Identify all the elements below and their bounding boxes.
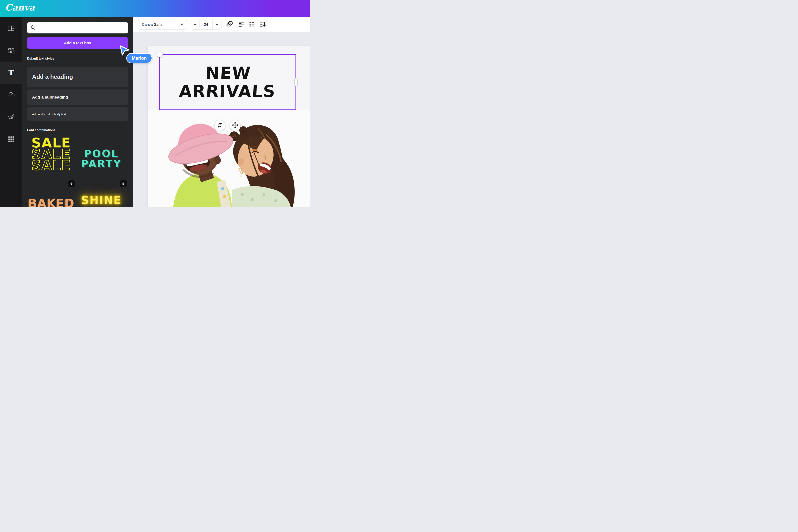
search-input[interactable] bbox=[38, 25, 125, 30]
font-combinations-title: Font combinations bbox=[27, 129, 55, 132]
bullet-list-button[interactable] bbox=[248, 20, 257, 29]
text-color-button[interactable] bbox=[225, 20, 234, 29]
font-size-increase-button[interactable]: + bbox=[212, 20, 221, 29]
photo-two-people-laughing[interactable] bbox=[148, 110, 310, 207]
pro-crown-badge: ♛ bbox=[119, 180, 127, 187]
font-combo-pool-party[interactable]: POOL PARTY bbox=[79, 149, 124, 169]
move-button[interactable] bbox=[230, 120, 241, 131]
add-text-box-button[interactable]: Add a text box bbox=[27, 37, 128, 49]
text-panel: Add a text box Default text styles Add a… bbox=[22, 17, 133, 207]
sidebar-item-draw[interactable] bbox=[0, 106, 22, 128]
text-color-icon bbox=[226, 20, 233, 29]
canvas-workspace: NEW ARRIVALS bbox=[133, 32, 310, 207]
canvas-heading-text[interactable]: NEW ARRIVALS bbox=[159, 55, 297, 110]
chevron-down-icon bbox=[180, 22, 184, 27]
font-size-decrease-button[interactable]: − bbox=[191, 20, 200, 29]
sidebar-item-apps[interactable] bbox=[0, 128, 22, 150]
font-family-value: Canva Sans bbox=[142, 22, 163, 27]
combo-text-line: SALE bbox=[27, 160, 75, 171]
pro-crown-badge: ♛ bbox=[68, 180, 75, 187]
apps-grid-icon bbox=[8, 136, 14, 142]
line-spacing-icon bbox=[260, 22, 266, 27]
sidebar-item-design[interactable] bbox=[0, 17, 22, 39]
selected-text-box: NEW ARRIVALS bbox=[159, 54, 296, 110]
search-box bbox=[27, 22, 128, 34]
move-icon bbox=[232, 122, 238, 129]
toolbar-divider bbox=[270, 19, 270, 30]
align-left-icon bbox=[239, 22, 244, 27]
font-size-stepper: − 24 + bbox=[191, 20, 222, 30]
top-bar: Canva bbox=[0, 0, 310, 17]
text-tool-icon: T bbox=[8, 69, 14, 76]
combo-text-line: PARTY bbox=[79, 159, 124, 169]
rotate-button[interactable] bbox=[214, 120, 225, 131]
resize-handle-top-left[interactable] bbox=[157, 52, 163, 57]
search-icon bbox=[31, 25, 36, 31]
font-combo-shine[interactable]: SHINE bbox=[79, 194, 124, 206]
design-templates-icon bbox=[8, 25, 15, 31]
collaborator-name-badge: Marion bbox=[126, 53, 152, 63]
font-size-value[interactable]: 24 bbox=[200, 20, 212, 29]
cloud-upload-icon bbox=[7, 92, 15, 98]
default-text-styles-title: Default text styles bbox=[27, 57, 54, 60]
sidebar-item-text[interactable]: T bbox=[0, 61, 22, 84]
rotate-icon bbox=[217, 122, 223, 129]
font-combo-baked[interactable]: BAKED bbox=[27, 196, 75, 207]
add-body-text-card[interactable]: Add a little bit of body text bbox=[27, 107, 128, 121]
add-heading-card[interactable]: Add a heading bbox=[27, 67, 128, 87]
sidebar-item-uploads[interactable] bbox=[0, 84, 22, 106]
font-combo-sale[interactable]: SALE SALE SALE bbox=[27, 137, 75, 171]
elements-shapes-icon bbox=[7, 47, 15, 54]
text-align-button[interactable] bbox=[237, 20, 246, 29]
add-subheading-card[interactable]: Add a subheading bbox=[27, 90, 128, 105]
canva-logo: Canva bbox=[5, 2, 35, 13]
resize-handle-right[interactable] bbox=[294, 78, 298, 86]
draw-pen-icon bbox=[7, 114, 15, 120]
font-family-dropdown[interactable]: Canva Sans bbox=[138, 20, 187, 30]
sidebar-item-elements[interactable] bbox=[0, 39, 22, 61]
line-spacing-button[interactable] bbox=[258, 20, 267, 29]
text-toolbar: Canva Sans − 24 + bbox=[133, 17, 310, 32]
combo-text-line: POOL bbox=[79, 149, 124, 159]
bullet-list-icon bbox=[249, 22, 255, 27]
sidebar-rail: T bbox=[0, 17, 22, 207]
